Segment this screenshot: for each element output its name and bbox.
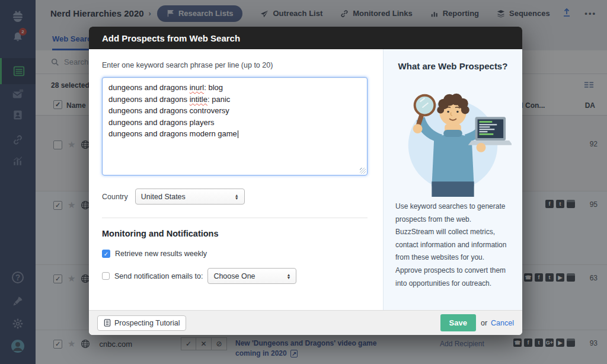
web-search-form: Enter one keyword search phrase per line… [89,49,383,310]
tutorial-book-icon [104,319,111,327]
select-arrows-icon: ▲▼ [235,194,239,200]
country-label: Country [102,193,128,201]
text-caret [238,130,238,138]
info-heading: What are Web Prospects? [394,61,512,71]
keyword-label: Enter one keyword search phrase per line… [102,61,368,69]
keyword-line: dungeons and dragons inurl: blog [108,82,361,94]
web-prospects-illustration [394,75,512,198]
retrieve-weekly-label: Retrieve new results weekly [115,250,207,258]
keyword-line: dungeons and dragons controversy [108,105,361,117]
cancel-link[interactable]: Cancel [491,319,514,327]
retrieve-weekly-checkbox[interactable]: ✓ [102,250,110,258]
misspelled-term: intitle [190,95,207,104]
app: 2 ? Nerd Hierarchies 2020 [0,0,607,364]
keyword-textarea[interactable]: dungeons and dragons inurl: blogdungeons… [102,77,368,175]
monitoring-heading: Monitoring and Notifications [102,229,368,238]
save-button[interactable]: Save [440,314,476,331]
info-paragraph: Use keyword searches to generate prospec… [394,198,512,290]
or-label: or [481,319,487,327]
keyword-line: dungeons and dragons modern game [108,128,361,140]
info-panel: What are Web Prospects? [383,49,522,310]
modal-footer: Prospecting Tutorial Save or Cancel [89,310,522,335]
send-notification-checkbox[interactable] [102,272,110,280]
keyword-line: dungeons and dragons intitle: panic [108,94,361,106]
prospecting-tutorial-button[interactable]: Prospecting Tutorial [97,315,186,331]
add-prospects-modal: Add Prospects from Web Search Enter one … [89,27,522,335]
misspelled-term: inurl [190,83,205,92]
notification-recipient-select[interactable]: Choose One ▲▼ [207,268,296,284]
send-notification-label: Send notification emails to: [114,272,203,280]
country-select[interactable]: United States ▲▼ [135,189,245,205]
modal-title: Add Prospects from Web Search [89,27,522,49]
keyword-line: dungeons and dragons players [108,117,361,129]
select-arrows-icon: ▲▼ [286,273,290,279]
form-divider [102,218,368,218]
